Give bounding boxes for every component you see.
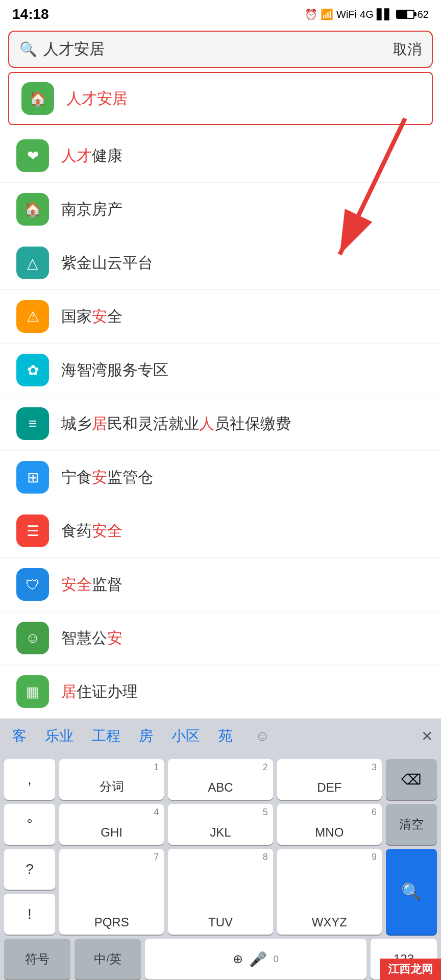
mic-icon: 🎤	[249, 951, 267, 968]
search-bar[interactable]: 🔍 人才安居 取消	[8, 31, 433, 68]
key-7-pqrs[interactable]: 7 PQRS	[59, 849, 164, 935]
first-result-icon: 🏠	[21, 82, 54, 115]
alarm-icon: ⏰	[305, 8, 317, 20]
key-1-fenci[interactable]: 1 分词	[59, 759, 164, 800]
key-question[interactable]: ?	[4, 849, 55, 890]
search-input[interactable]: 人才安居	[43, 39, 385, 60]
key-8-tuv[interactable]: 8 TUV	[168, 849, 273, 935]
list-item[interactable]: ⚠ 国家安全	[0, 290, 441, 344]
key-label: TUV	[208, 915, 233, 929]
key-label: DEF	[317, 780, 341, 795]
zero-label: 0	[273, 954, 278, 965]
item-icon: ☺	[16, 622, 49, 654]
suggestion-gongcheng[interactable]: 工程	[88, 724, 125, 748]
battery-icon	[396, 10, 414, 19]
list-item[interactable]: ☺ 智慧公安	[0, 611, 441, 665]
suggestion-xiaoqu[interactable]: 小区	[167, 724, 204, 748]
item-text: 国家安全	[61, 306, 122, 327]
item-text: 人才健康	[61, 145, 122, 166]
list-item[interactable]: 🛡 安全监督	[0, 558, 441, 611]
wifi-icon: WiFi	[336, 9, 357, 20]
key-space[interactable]: ⊕ 🎤 0	[145, 939, 366, 979]
key-label: ABC	[208, 780, 233, 795]
key-exclaim[interactable]: !	[4, 894, 55, 935]
key-2-abc[interactable]: 2 ABC	[168, 759, 273, 800]
list-item[interactable]: ❤ 人才健康	[0, 129, 441, 183]
key-3-def[interactable]: 3 DEF	[277, 759, 382, 800]
item-icon: 🏠	[16, 193, 49, 226]
key-label: JKL	[210, 825, 231, 840]
key-comma[interactable]: ,	[4, 759, 55, 800]
cancel-button[interactable]: 取消	[393, 40, 422, 59]
key-period[interactable]: °	[4, 804, 55, 845]
suggestion-ke[interactable]: 客	[8, 724, 31, 748]
keyboard-row-3: ? ! 7 PQRS 8 TUV 9 WXYZ 🔍	[0, 847, 441, 937]
list-item[interactable]: △ 紫金山云平台	[0, 236, 441, 290]
key-symbol[interactable]: 符号	[4, 939, 70, 979]
item-text: 食药安全	[61, 521, 122, 542]
suggestion-leye[interactable]: 乐业	[41, 724, 78, 748]
item-icon: ≡	[16, 407, 49, 440]
signal-icon: 📶	[321, 8, 333, 20]
signal2-icon: ▋▋	[377, 8, 392, 20]
key-label: 分词	[100, 778, 124, 795]
key-label: WXYZ	[312, 915, 347, 929]
battery-percent: 62	[418, 9, 429, 20]
key-6-mno[interactable]: 6 MNO	[277, 804, 382, 845]
key-label: MNO	[315, 825, 344, 840]
key-5-jkl[interactable]: 5 JKL	[168, 804, 273, 845]
suggestion-yuan[interactable]: 苑	[214, 724, 237, 748]
list-item[interactable]: ☰ 食药安全	[0, 504, 441, 558]
result-list: ❤ 人才健康 🏠 南京房产 △ 紫金山云平台 ⚠ 国家安全 ✿ 海智湾服务专区 …	[0, 129, 441, 719]
clear-key[interactable]: 清空	[386, 804, 437, 845]
item-text: 智慧公安	[61, 628, 122, 649]
list-item[interactable]: ▦ 居住证办理	[0, 665, 441, 719]
item-icon: ✿	[16, 354, 49, 386]
status-icons: ⏰ 📶 WiFi 4G ▋▋ 62	[305, 8, 429, 20]
item-text: 宁食安监管仓	[61, 467, 153, 488]
item-text: 城乡居民和灵活就业人员社保缴费	[61, 413, 291, 434]
first-result-item[interactable]: 🏠 人才安居	[8, 72, 433, 125]
keyboard-bottom-row: 符号 中/英 ⊕ 🎤 0 123	[0, 937, 441, 980]
item-text: 南京房产	[61, 199, 122, 220]
keyboard-left-special-2: °	[4, 804, 55, 845]
key-num: 3	[372, 762, 377, 773]
key-num: 9	[372, 852, 377, 863]
item-icon: ▦	[16, 675, 49, 708]
suggestion-fang[interactable]: 房	[135, 724, 157, 748]
key-4-ghi[interactable]: 4 GHI	[59, 804, 164, 845]
first-result-text: 人才安居	[66, 88, 128, 109]
search-key[interactable]: 🔍	[386, 849, 437, 935]
list-item[interactable]: ✿ 海智湾服务专区	[0, 344, 441, 397]
key-num: 8	[263, 852, 268, 863]
item-text: 居住证办理	[61, 681, 138, 702]
list-item[interactable]: ⊞ 宁食安监管仓	[0, 451, 441, 504]
emoji-icon[interactable]: ☺	[255, 728, 270, 744]
key-9-wxyz[interactable]: 9 WXYZ	[277, 849, 382, 935]
item-icon: ⚠	[16, 300, 49, 333]
list-item[interactable]: 🏠 南京房产	[0, 183, 441, 236]
delete-key[interactable]: ⌫	[386, 759, 437, 800]
key-num: 6	[372, 807, 377, 818]
key-num: 1	[154, 762, 159, 773]
status-bar: 14:18 ⏰ 📶 WiFi 4G ▋▋ 62	[0, 0, 441, 27]
key-num: 5	[263, 807, 268, 818]
globe-icon: ⊕	[233, 952, 243, 966]
key-lang[interactable]: 中/英	[75, 939, 141, 979]
item-text: 安全监督	[61, 574, 122, 595]
key-num: 4	[154, 807, 159, 818]
watermark: 江西龙网	[380, 959, 441, 980]
key-label: GHI	[101, 825, 122, 840]
item-icon: △	[16, 247, 49, 279]
list-item[interactable]: ≡ 城乡居民和灵活就业人员社保缴费	[0, 397, 441, 451]
keyboard-row-1: , 1 分词 2 ABC 3 DEF ⌫	[0, 757, 441, 802]
item-icon: ☰	[16, 514, 49, 547]
keyboard-left-special-3: ? !	[4, 849, 55, 935]
key-num: 7	[154, 852, 159, 863]
keyboard-left-special: ,	[4, 759, 55, 800]
keyboard: , 1 分词 2 ABC 3 DEF ⌫ ° 4 GH	[0, 753, 441, 980]
keyboard-close-button[interactable]: ✕	[421, 728, 433, 745]
key-label: PQRS	[94, 915, 129, 929]
keyboard-row-2: ° 4 GHI 5 JKL 6 MNO 清空	[0, 802, 441, 847]
4g-icon: 4G	[360, 9, 374, 20]
